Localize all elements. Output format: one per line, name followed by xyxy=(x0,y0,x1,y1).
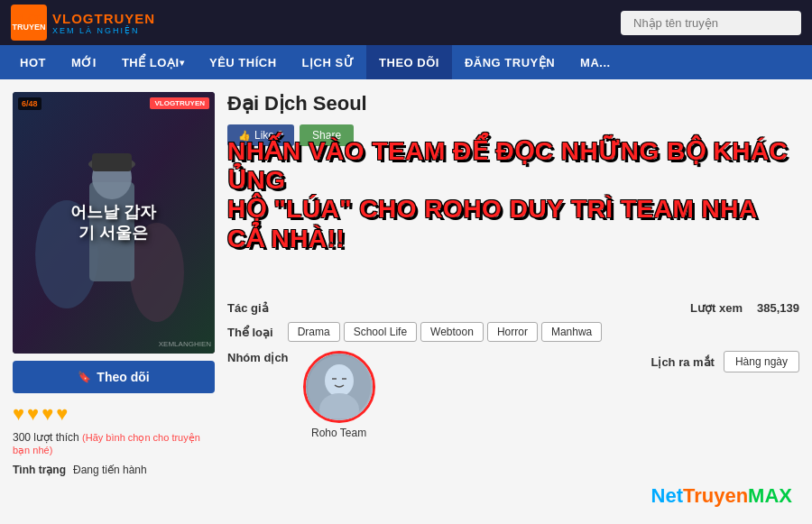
tag-horror[interactable]: Horror xyxy=(487,322,538,342)
likes-count: 300 lượt thích (Hãy bình chọn cho truyện… xyxy=(13,431,215,456)
tag-drama[interactable]: Drama xyxy=(288,322,340,342)
genre-row: Thể loại Drama School Life Webtoon Horro… xyxy=(227,322,799,342)
group-avatar-inner xyxy=(306,354,373,420)
group-label: Nhóm dịch xyxy=(227,351,289,364)
star-rating: ♥ ♥ ♥ ♥ xyxy=(13,402,215,426)
schedule-value: Hàng ngày xyxy=(724,351,799,372)
author-views-row: Tác giả Lượt xem 385,139 xyxy=(227,301,799,315)
share-button[interactable]: Share xyxy=(300,124,354,146)
group-name: Roho Team xyxy=(311,427,366,439)
author-label: Tác giả xyxy=(227,301,269,315)
nav-yeuthich[interactable]: YÊU THÍCH xyxy=(197,45,290,79)
star-2: ♥ xyxy=(27,402,39,426)
tag-webtoon[interactable]: Webtoon xyxy=(420,322,484,342)
logo-icon: VLOG TRUYEN xyxy=(11,5,47,41)
follow-button[interactable]: Theo dõi xyxy=(13,361,215,393)
svg-rect-6 xyxy=(92,153,132,171)
left-panel: 어느날 갑자기 서울은 6/48 VLOGTRUYEN XEMLANGHIEN … xyxy=(13,92,215,511)
status-label: Tình trạng xyxy=(13,464,66,476)
search-input[interactable] xyxy=(621,11,801,35)
nav-more[interactable]: MA... xyxy=(567,45,623,79)
like-button[interactable]: Like 0 xyxy=(227,124,294,146)
svg-point-8 xyxy=(325,364,354,397)
watermark-truyen: Truyen xyxy=(683,484,748,507)
logo[interactable]: VLOG TRUYEN VLOGTRUYEN XEM LÀ NGHIỆN xyxy=(11,5,155,41)
status-value: Đang tiến hành xyxy=(73,464,147,476)
nav-theodoi[interactable]: THEO DÕI xyxy=(366,45,452,79)
star-4: ♥ xyxy=(56,402,68,426)
watermark-net: Net xyxy=(651,484,683,507)
nav-moi[interactable]: MỚI xyxy=(59,45,109,79)
manga-title: Đại Dịch Seoul xyxy=(227,92,799,115)
nav-hot[interactable]: HOT xyxy=(7,45,59,79)
genre-tags: Drama School Life Webtoon Horror Manhwa xyxy=(288,322,603,342)
nav-dangtruyen[interactable]: ĐĂNG TRUYỆN xyxy=(452,45,567,79)
header: VLOG TRUYEN VLOGTRUYEN XEM LÀ NGHIỆN xyxy=(0,0,812,45)
right-panel: Đại Dịch Seoul Like 0 Share NHẤN VÀO TEA… xyxy=(227,92,799,511)
group-schedule-row: Nhóm dịch xyxy=(227,351,799,439)
action-buttons: Like 0 Share xyxy=(227,124,799,146)
tag-manhwa[interactable]: Manhwa xyxy=(541,322,602,342)
nav-lichsu[interactable]: LỊCH SỬ xyxy=(290,45,367,79)
nav-theloai[interactable]: THỂ LOẠI xyxy=(109,45,197,79)
nav-bar: HOT MỚI THỂ LOẠI YÊU THÍCH LỊCH SỬ THEO … xyxy=(0,45,812,79)
views-value: 385,139 xyxy=(757,301,799,315)
genre-label: Thể loại xyxy=(227,326,273,339)
group-container: Roho Team xyxy=(303,351,375,439)
roho-badge: VLOGTRUYEN xyxy=(150,97,209,109)
star-3: ♥ xyxy=(42,402,53,426)
tag-schoollife[interactable]: School Life xyxy=(344,322,417,342)
watermark-max: MAX xyxy=(748,484,792,507)
group-avatar-svg xyxy=(308,355,371,418)
main-content: 어느날 갑자기 서울은 6/48 VLOGTRUYEN XEMLANGHIEN … xyxy=(0,79,812,524)
promo-overlay: NHẤN VÀO TEAM ĐỂ ĐỌC NHỮNG BỘ KHÁC ỦNG H… xyxy=(227,137,799,253)
logo-sub: XEM LÀ NGHIỆN xyxy=(52,26,155,35)
cover-watermark: XEMLANGHIEN xyxy=(159,340,211,348)
views-label: Lượt xem xyxy=(690,301,743,315)
group-avatar[interactable] xyxy=(303,351,375,423)
logo-main: VLOGTRUYEN xyxy=(52,11,155,26)
star-1: ♥ xyxy=(13,402,24,426)
cover-image: 어느날 갑자기 서울은 6/48 VLOGTRUYEN XEMLANGHIEN xyxy=(13,92,215,354)
logo-text-block: VLOGTRUYEN XEM LÀ NGHIỆN xyxy=(52,11,155,35)
info-section: Tác giả Lượt xem 385,139 Thể loại Drama … xyxy=(227,301,799,439)
cover-korean-text: 어느날 갑자기 서울은 xyxy=(63,202,164,244)
schedule-label: Lịch ra mắt xyxy=(651,355,715,369)
cover-badge: 6/48 xyxy=(18,97,42,110)
status-row: Tình trạng Đang tiến hành xyxy=(13,464,215,476)
schedule-section: Lịch ra mắt Hàng ngày xyxy=(651,351,799,372)
promo-line-2: HỘ "LÚA" CHO ROHO DUY TRÌ TEAM NHA CẢ NH… xyxy=(227,195,799,253)
bottom-watermark: NetTruyenMAX xyxy=(651,484,792,508)
